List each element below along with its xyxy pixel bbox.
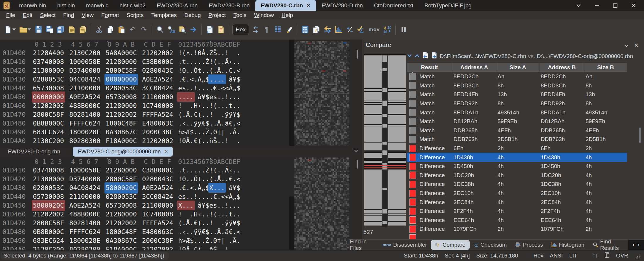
disassembler-button[interactable]: mov (367, 23, 382, 36)
menu-debug[interactable]: Debug (181, 12, 205, 18)
data-visualization-top[interactable] (294, 41, 349, 145)
compare-row[interactable]: Difference1DC38h4h1DC38h4h (407, 180, 627, 189)
undo-button[interactable]: ↶ (127, 23, 138, 36)
convert-button[interactable] (322, 23, 333, 36)
find-in-files-button[interactable] (177, 23, 188, 36)
run-script-button[interactable] (204, 23, 215, 36)
hex-row[interactable]: 01D46021202002488B000C212800001C740008! … (0, 210, 294, 219)
title-tab-manwb.c[interactable]: manwb.c (80, 0, 114, 11)
compare-header-address-b[interactable]: Address B (540, 63, 584, 72)
vertical-scrollbar-top[interactable] (357, 50, 358, 59)
panel-menu-icon[interactable] (624, 43, 629, 48)
compare-row[interactable]: Difference2EC84h4h2EC84h4h (407, 198, 627, 207)
compare-scrollbar[interactable] (639, 128, 641, 143)
find-button[interactable] (154, 23, 166, 36)
menu-select[interactable]: Select (36, 12, 59, 18)
open-file-button[interactable] (18, 23, 29, 36)
compare-row[interactable]: DifferenceEEE64h4hEEE64h4h (407, 216, 627, 225)
tab-close-icon[interactable]: ✕ (164, 149, 168, 154)
hex-row[interactable]: 01D4002128A4002130C2005A8A000C21202002!(… (0, 49, 294, 57)
sync-file-a-icon[interactable] (422, 52, 429, 61)
compare-row[interactable]: Difference1079FCh2h1079FCh2h (407, 225, 627, 234)
histogram-button[interactable] (333, 23, 344, 36)
compare-row[interactable]: Difference6Eh2h6Eh2h (407, 144, 627, 153)
bottom-tab-compare[interactable]: ?Compare (431, 240, 469, 250)
hex-row[interactable]: 01D4800B8B000CFFFFC6241800C48FE480063C.‹… (0, 119, 294, 128)
hex-rows-bottom[interactable]: 01D410037400081000058E21280000C38B000C.t… (0, 166, 294, 250)
status-endianness[interactable]: LIT (569, 252, 577, 259)
new-file-dropdown-icon[interactable] (12, 28, 16, 30)
compare-row[interactable]: Match8EDD4Fh13h8EDD4Fh13h (407, 90, 627, 99)
hex-row[interactable]: 01D4A02130C20080280300F18A000C21202002!0… (0, 137, 294, 145)
hex-row[interactable]: 01D4300280053C04C0842400000000A0E2A524.€… (0, 75, 294, 84)
previous-difference-icon[interactable] (414, 54, 420, 59)
hex-row[interactable]: 01D4300280053C04C084245800020CA0E2A524.€… (0, 184, 294, 192)
menu-find[interactable]: Find (59, 12, 78, 18)
data-visualization-bottom[interactable] (294, 157, 349, 250)
menu-format[interactable]: Format (97, 12, 123, 18)
compare-header-address-a[interactable]: Address A (452, 63, 496, 72)
hex-row[interactable]: 01D410037400081000058E21280000C38B000C.t… (0, 57, 294, 66)
bottom-tab-histogram[interactable]: Histogram (547, 240, 589, 250)
close-icon[interactable] (631, 3, 636, 8)
vertical-scrollbar-bottom[interactable] (357, 160, 358, 169)
hex-row[interactable]: 01D4A02130C20080280300F18A000C21202002!0… (0, 245, 294, 250)
scroll-right-icon[interactable]: › (638, 241, 640, 249)
menu-templates[interactable]: Templates (147, 12, 181, 18)
bottom-tab-checksum[interactable]: ΣChecksum (470, 240, 511, 250)
show-whitespace-button[interactable]: ¶ (261, 23, 272, 36)
hex-row[interactable]: 01D44065730008211000000280053C3CC08424es… (0, 192, 294, 201)
hex-row[interactable]: 01D46021202002488B000C212800001C740008! … (0, 101, 294, 110)
pane-menu-icon[interactable] (353, 148, 359, 154)
status-overwrite[interactable]: OVR (616, 252, 628, 259)
endian-swap-button[interactable] (250, 23, 261, 36)
compare-row[interactable] (407, 234, 627, 239)
hex-row[interactable]: 01D490683EC6241800028E0A30867C2000C38Fh>… (0, 128, 294, 137)
menu-project[interactable]: Project (205, 12, 230, 18)
hex-rows-top[interactable]: 01D4002128A4002130C2005A8A000C21202002!(… (0, 49, 294, 146)
compare-row[interactable]: Difference1D438h4h1D438h4h (407, 153, 627, 162)
panel-close-icon[interactable]: ✕ (634, 42, 639, 49)
compare-row[interactable]: Match8EDD3Ch8h8EDD3Ch8h (407, 81, 627, 90)
compare-row[interactable]: MatchD812BAh59F9EhD812BAh59F9Eh (407, 117, 627, 126)
compare-row[interactable]: Difference2EC10h4h2EC10h4h (407, 189, 627, 198)
menu-help[interactable]: Help (278, 12, 297, 18)
menu-tools[interactable]: Tools (230, 12, 250, 18)
minimize-icon[interactable] (595, 3, 599, 8)
bottom-tab-disassembler[interactable]: movDisassembler (379, 240, 431, 250)
export-hex-button[interactable] (77, 23, 89, 36)
title-tab-hist.c.wip2[interactable]: hist.c.wip2 (114, 0, 151, 11)
hex-mode-button[interactable]: Hex (231, 23, 250, 36)
redo-button[interactable]: ↷ (138, 23, 149, 36)
hex-row[interactable]: 01D410037400081000058E21280000C38B000C.t… (0, 166, 294, 175)
compare-files-button[interactable]: ? (311, 23, 322, 36)
import-hex-button[interactable] (66, 23, 77, 36)
menu-window[interactable]: Window (250, 12, 278, 18)
save-all-button[interactable] (55, 23, 66, 36)
copy-button[interactable] (105, 23, 116, 36)
hex-row[interactable]: 01D42021300000D37400082800C58F0280043C!0… (0, 66, 294, 75)
compare-row[interactable]: Match8EDD2ChAh8EDD2ChAh (407, 72, 627, 81)
status-hex-mode[interactable]: Hex (533, 252, 543, 259)
hex-row[interactable]: 01D45000000000A0E2A5246573000821100000..… (0, 93, 294, 101)
open-file-dropdown-icon[interactable] (28, 28, 31, 30)
compare-row[interactable]: Difference1DC20h4h1DC20h4h (407, 171, 627, 180)
next-difference-icon[interactable] (407, 54, 412, 59)
replace-button[interactable]: AB (166, 23, 177, 36)
hex-row[interactable]: 01D44065730008211000000280053C3CC08424es… (0, 84, 294, 93)
resize-grip[interactable] (636, 254, 640, 258)
compare-header-size-a[interactable]: Size A (496, 63, 540, 72)
byte-order-icon[interactable]: ↑↓ (593, 252, 598, 259)
menu-view[interactable]: View (78, 12, 97, 18)
new-file-button[interactable] (2, 23, 14, 36)
sync-file-b-icon[interactable] (431, 52, 437, 61)
menu-scripts[interactable]: Scripts (123, 12, 147, 18)
tab-close-icon[interactable]: ✕ (306, 3, 310, 8)
run-template-button[interactable] (215, 23, 226, 36)
compare-header-size-b[interactable]: Size B (584, 63, 627, 72)
bottom-tab-find-in-files[interactable]: Find in Files (349, 240, 379, 250)
compare-row[interactable]: Difference2F2F4h4h2F2F4h4h (407, 207, 627, 216)
title-tab-CtoDordered.txt[interactable]: CtoDordered.txt (368, 0, 419, 11)
title-tab-FWDV280-C.rbn[interactable]: FWDV280-C.rbn✕ (255, 0, 316, 11)
compare-diff-map[interactable] (364, 54, 406, 227)
